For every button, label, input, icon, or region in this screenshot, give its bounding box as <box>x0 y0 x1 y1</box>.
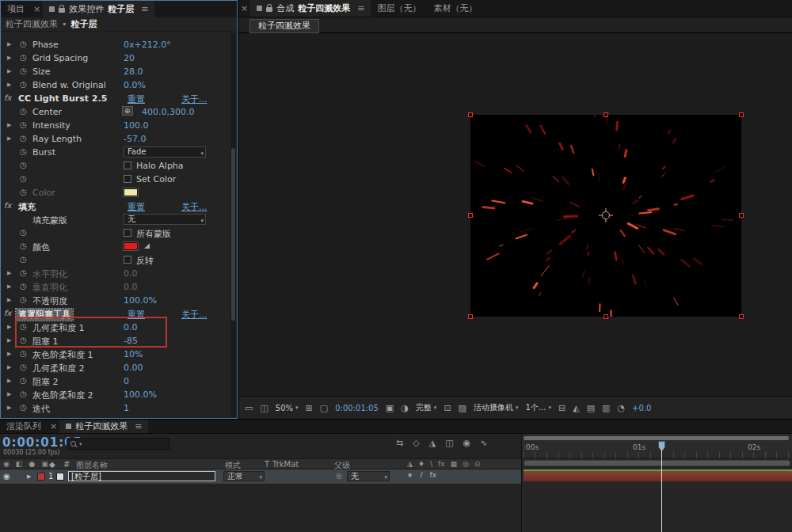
stopwatch-icon[interactable]: ◷ <box>20 322 27 331</box>
property-row[interactable]: ▶◷阻塞 1-85 <box>1 334 237 348</box>
region-of-interest-icon[interactable]: ⊡ <box>444 403 451 413</box>
twirl-icon[interactable]: ▶ <box>7 351 11 357</box>
property-row[interactable]: ▶◷Intensity100.0 <box>1 119 237 132</box>
property-value[interactable]: 100.0 <box>124 120 149 131</box>
stopwatch-icon[interactable]: ◷ <box>20 282 27 291</box>
selection-handle[interactable] <box>739 213 744 218</box>
layer-row[interactable]: ◉ ▶ 1 [粒子层] 正常 ▾ ◎ 无 ▾ ∗/fx <box>0 469 521 484</box>
tab-project[interactable]: 项目 <box>1 1 31 17</box>
effect-header-row[interactable]: fx填充重置关于... <box>1 200 237 213</box>
property-row[interactable]: ◷Color <box>1 186 237 200</box>
parent-dropdown[interactable]: 无 ▾ <box>347 471 390 481</box>
checkbox[interactable] <box>124 229 131 237</box>
property-row[interactable]: ◷BurstFade▾ <box>1 146 237 159</box>
stopwatch-icon[interactable]: ◷ <box>20 161 27 169</box>
stopwatch-icon[interactable]: ◷ <box>20 403 27 412</box>
quality-column-icon[interactable]: \ <box>430 460 432 468</box>
panel-menu-icon[interactable]: ≡ <box>135 421 142 431</box>
motion-blur-column-icon[interactable]: ◎ <box>463 460 469 468</box>
property-row[interactable]: ◷Set Color <box>1 173 237 186</box>
point-picker-icon[interactable]: ⊕ <box>122 106 133 116</box>
layer-duration-bar[interactable] <box>524 469 792 481</box>
magnification-dropdown[interactable]: 50%▾ <box>276 404 299 412</box>
close-tab-icon[interactable]: × <box>238 3 250 13</box>
stopwatch-icon[interactable]: ◷ <box>20 174 27 183</box>
tab-effect-controls[interactable]: 效果控件 粒子层 ≡ <box>43 1 154 17</box>
stopwatch-icon[interactable]: ◷ <box>20 390 27 398</box>
property-row[interactable]: ◷反转 <box>1 253 237 267</box>
tab-timeline-comp[interactable]: 粒子四溅效果 ≡ <box>59 420 148 433</box>
search-input[interactable]: ▾ <box>67 438 169 450</box>
timeline-track-area[interactable]: :00s 01s 02s <box>521 434 792 532</box>
stopwatch-icon[interactable]: ◷ <box>20 40 27 48</box>
frame-blending-icon[interactable]: ◫ <box>445 438 453 448</box>
tab-render-queue[interactable]: 渲染队列 <box>0 420 48 433</box>
selection-handle[interactable] <box>604 112 608 117</box>
stopwatch-icon[interactable]: ◷ <box>20 376 27 385</box>
show-channel-icon[interactable]: ◑ <box>401 403 409 413</box>
current-time[interactable]: 0:00:01:05 <box>335 404 379 412</box>
layer-visibility-icon[interactable]: ◉ <box>3 472 10 481</box>
property-row[interactable]: ▶◷Ray Length-57.0 <box>1 132 237 146</box>
effect-name[interactable]: 遮罩阻塞工具 <box>16 309 73 321</box>
color-swatch[interactable] <box>124 242 138 250</box>
twirl-icon[interactable]: ▶ <box>7 297 11 303</box>
about-link[interactable]: 关于... <box>181 309 208 321</box>
stopwatch-icon[interactable]: ◷ <box>20 349 27 358</box>
stopwatch-icon[interactable]: ◷ <box>20 107 27 116</box>
close-tab-icon[interactable]: × <box>31 4 43 14</box>
close-tab-icon[interactable]: × <box>48 421 59 431</box>
property-row[interactable]: ▶◷垂直羽化0.0 <box>1 280 237 294</box>
panel-menu-icon[interactable]: ≡ <box>141 4 148 14</box>
grid-guides-icon[interactable]: ⊞ <box>306 403 313 413</box>
search-caret-icon[interactable]: ▾ <box>79 441 82 447</box>
property-row[interactable]: ◷Halo Alpha <box>1 159 237 173</box>
twirl-icon[interactable]: ▶ <box>7 364 11 370</box>
property-value[interactable]: -57.0 <box>124 134 146 144</box>
stopwatch-icon[interactable]: ◷ <box>20 268 27 277</box>
quality-switch-icon[interactable]: / <box>421 471 423 479</box>
property-row[interactable]: ▶◷Size28.0 <box>1 65 237 78</box>
video-column-icon[interactable]: ◉ <box>3 460 10 468</box>
stopwatch-icon[interactable]: ◷ <box>20 363 27 371</box>
reset-link[interactable]: 重置 <box>128 309 145 321</box>
property-row[interactable]: ▶◷Grid Spacing20 <box>1 51 237 65</box>
mask-visibility-icon[interactable]: ▢ <box>320 403 328 413</box>
stopwatch-icon[interactable]: ◷ <box>20 66 27 75</box>
property-value[interactable]: 10% <box>124 349 143 359</box>
selection-handle[interactable] <box>604 314 608 319</box>
twirl-icon[interactable]: ▶ <box>7 55 11 61</box>
reset-link[interactable]: 重置 <box>128 93 145 105</box>
twirl-icon[interactable]: ▶ <box>7 270 11 276</box>
property-value[interactable]: 0x+212.0° <box>124 40 171 50</box>
property-row[interactable]: ▶◷Phase0x+212.0° <box>1 38 237 51</box>
property-row[interactable]: ▶◷灰色阶柔和度 2100.0% <box>1 388 237 401</box>
shy-column-icon[interactable]: ◮ <box>407 460 413 468</box>
stopwatch-icon[interactable]: ◷ <box>20 336 27 344</box>
stopwatch-icon[interactable]: ◷ <box>20 80 27 89</box>
stopwatch-icon[interactable]: ◷ <box>20 53 27 62</box>
property-value[interactable]: 0.0 <box>124 268 138 279</box>
snapshot-icon[interactable]: ▣ <box>386 403 394 413</box>
property-row[interactable]: ▶◷水平羽化0.0 <box>1 267 237 280</box>
panel-menu-icon[interactable]: ≡ <box>357 3 364 13</box>
property-dropdown[interactable]: 无▾ <box>124 214 206 225</box>
property-row[interactable]: ▶◷迭代1 <box>1 401 237 415</box>
property-value[interactable]: 100.0% <box>124 390 157 400</box>
property-row[interactable]: ◷颜色◢ <box>1 240 237 253</box>
fx-column-icon[interactable]: fx <box>438 460 445 468</box>
time-ruler[interactable]: :00s 01s 02s <box>522 434 792 458</box>
lock-icon[interactable] <box>59 8 65 13</box>
property-row[interactable]: ◷所有蒙版 <box>1 226 237 240</box>
property-value[interactable]: -85 <box>124 336 138 346</box>
breadcrumb-comp[interactable]: 粒子四溅效果 <box>6 18 58 30</box>
selection-handle[interactable] <box>739 314 744 319</box>
resolution-dropdown[interactable]: 完整▾ <box>416 402 437 413</box>
property-row[interactable]: ▶◷几何柔和度 10.0 <box>1 321 237 334</box>
property-row[interactable]: ▶◷Blend w. Original0.0% <box>1 78 237 92</box>
solo-column-icon[interactable]: ● <box>29 460 35 468</box>
work-area-bar[interactable] <box>524 460 790 466</box>
layer-color-swatch[interactable] <box>56 473 64 481</box>
checkbox[interactable] <box>124 175 131 183</box>
checkbox[interactable] <box>124 256 131 264</box>
